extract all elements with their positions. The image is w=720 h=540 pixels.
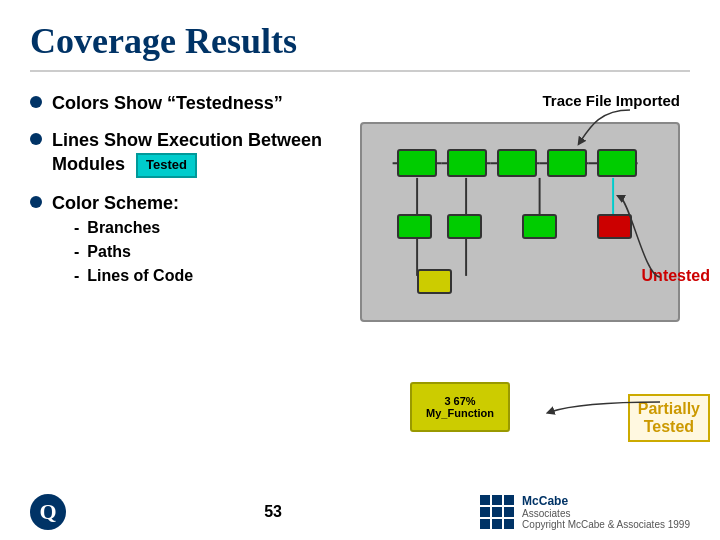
tested-badge: Tested xyxy=(136,153,197,178)
func-box-line1: 3 67% xyxy=(444,395,475,407)
module-box-1 xyxy=(397,149,437,177)
mccabe-name: McCabe xyxy=(522,494,690,508)
trace-file-label: Trace File Imported xyxy=(542,92,680,109)
mccabe-cell-2 xyxy=(492,495,502,505)
module-box-2 xyxy=(447,149,487,177)
sub-text-3: Lines of Code xyxy=(87,267,193,285)
mccabe-cell-6 xyxy=(504,507,514,517)
mccabe-cell-3 xyxy=(504,495,514,505)
diagram-box xyxy=(360,122,680,322)
module-box-4 xyxy=(547,149,587,177)
sub-text-2: Paths xyxy=(87,243,131,261)
bullet-text-3: Color Scheme: xyxy=(52,192,193,215)
func-box-line2: My_Function xyxy=(426,407,494,419)
bullet-item-3: Color Scheme: - Branches - Paths - Lines xyxy=(30,192,330,291)
mccabe-cell-4 xyxy=(480,507,490,517)
module-box-5 xyxy=(597,149,637,177)
module-box-9 xyxy=(597,214,632,239)
sub-bullets: - Branches - Paths - Lines of Code xyxy=(74,219,193,285)
bullet-item-1: Colors Show “Testedness” xyxy=(30,92,330,115)
footer: Q 53 McCabe Associates Copyright McCabe … xyxy=(30,494,690,530)
associates-name: Associates xyxy=(522,508,690,519)
content-area: Colors Show “Testedness” Lines Show Exec… xyxy=(30,92,690,472)
bullet-text-1: Colors Show “Testedness” xyxy=(52,92,283,115)
func-box: 3 67% My_Function xyxy=(410,382,510,432)
module-box-3 xyxy=(497,149,537,177)
left-panel: Colors Show “Testedness” Lines Show Exec… xyxy=(30,92,330,472)
bullet-text-2: Lines Show Execution Between Modules Tes… xyxy=(52,129,330,177)
sub-bullet-3: - Lines of Code xyxy=(74,267,193,285)
mccabe-cell-8 xyxy=(492,519,502,529)
q-logo: Q xyxy=(30,494,66,530)
mccabe-logo: McCabe Associates Copyright McCabe & Ass… xyxy=(480,494,690,530)
sub-bullet-1: - Branches xyxy=(74,219,193,237)
sub-bullet-2: - Paths xyxy=(74,243,193,261)
right-panel: Trace File Imported xyxy=(350,92,710,472)
module-box-6 xyxy=(397,214,432,239)
bullet-dot-2 xyxy=(30,133,42,145)
page-number: 53 xyxy=(264,503,282,521)
module-box-8 xyxy=(522,214,557,239)
bullet-dot-3 xyxy=(30,196,42,208)
untested-label: Untested xyxy=(642,267,710,285)
mccabe-cell-1 xyxy=(480,495,490,505)
mccabe-grid xyxy=(480,495,514,529)
slide: Coverage Results Colors Show “Testedness… xyxy=(0,0,720,540)
bullet-dot-1 xyxy=(30,96,42,108)
page-title: Coverage Results xyxy=(30,20,690,72)
sub-dash-3: - xyxy=(74,267,79,285)
mccabe-cell-5 xyxy=(492,507,502,517)
sub-dash-1: - xyxy=(74,219,79,237)
bullet-item-2: Lines Show Execution Between Modules Tes… xyxy=(30,129,330,177)
diagram-container: Trace File Imported xyxy=(350,92,710,472)
module-box-7 xyxy=(447,214,482,239)
module-box-10 xyxy=(417,269,452,294)
sub-dash-2: - xyxy=(74,243,79,261)
mccabe-cell-9 xyxy=(504,519,514,529)
copyright-text: Copyright McCabe & Associates 1999 xyxy=(522,519,690,530)
partially-tested-label: Partially Tested xyxy=(628,394,710,442)
mccabe-cell-7 xyxy=(480,519,490,529)
sub-text-1: Branches xyxy=(87,219,160,237)
